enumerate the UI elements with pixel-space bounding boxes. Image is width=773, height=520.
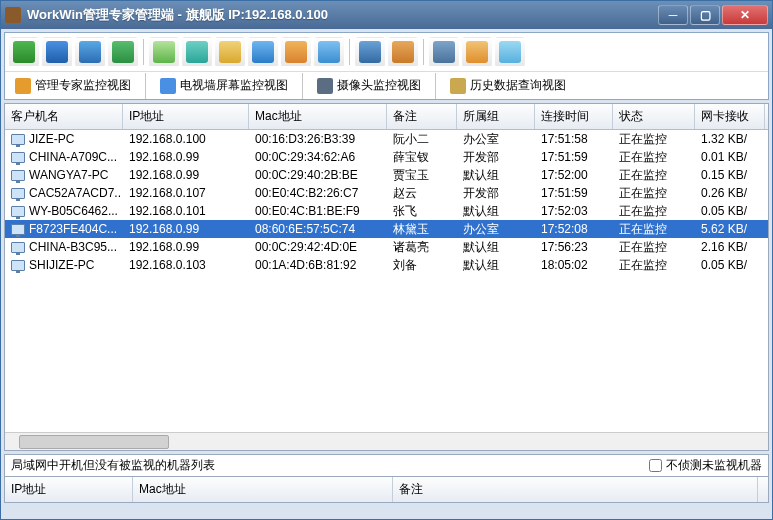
tools-icon[interactable] xyxy=(388,37,418,67)
minimize-button[interactable]: ─ xyxy=(658,5,688,25)
col-time[interactable]: 连接时间 xyxy=(535,104,613,129)
cell-status: 正在监控 xyxy=(613,202,695,221)
page-green-icon[interactable] xyxy=(149,37,179,67)
cell-remark: 阮小二 xyxy=(387,130,457,149)
col-ip[interactable]: IP地址 xyxy=(123,104,249,129)
no-detect-checkbox-input[interactable] xyxy=(649,459,662,472)
cell-name: WANGYA7-PC xyxy=(5,167,123,183)
col-client-name[interactable]: 客户机名 xyxy=(5,104,123,129)
grid-header: 客户机名 IP地址 Mac地址 备注 所属组 连接时间 状态 网卡接收 xyxy=(5,104,768,130)
tab-label: 历史数据查询视图 xyxy=(470,77,566,94)
cell-rx: 0.01 KB/ xyxy=(695,149,765,165)
cell-time: 17:52:08 xyxy=(535,221,613,237)
bcol-remark[interactable]: 备注 xyxy=(393,477,758,502)
no-detect-checkbox[interactable]: 不侦测未监视机器 xyxy=(649,457,762,474)
cell-rx: 0.05 KB/ xyxy=(695,203,765,219)
cell-time: 17:52:00 xyxy=(535,167,613,183)
tab-separator xyxy=(145,73,146,99)
table-row[interactable]: F8723FE404C...192.168.0.9908:60:6E:57:5C… xyxy=(5,220,768,238)
clients-grid: 客户机名 IP地址 Mac地址 备注 所属组 连接时间 状态 网卡接收 JIZE… xyxy=(4,103,769,451)
tv-icon[interactable] xyxy=(355,37,385,67)
col-rx[interactable]: 网卡接收 xyxy=(695,104,765,129)
maximize-button[interactable]: ▢ xyxy=(690,5,720,25)
cell-mac: 00:0C:29:42:4D:0E xyxy=(249,239,387,255)
table-row[interactable]: JIZE-PC192.168.0.10000:16:D3:26:B3:39阮小二… xyxy=(5,130,768,148)
cell-time: 18:05:02 xyxy=(535,257,613,273)
page-teal-icon[interactable] xyxy=(182,37,212,67)
camera-icon-glyph xyxy=(112,41,134,63)
cell-mac: 00:E0:4C:B1:BE:F9 xyxy=(249,203,387,219)
table-row[interactable]: WANGYA7-PC192.168.0.9900:0C:29:40:2B:BE贾… xyxy=(5,166,768,184)
cell-group: 默认组 xyxy=(457,256,535,275)
horizontal-scrollbar[interactable] xyxy=(5,432,768,450)
view-tabbar: 管理专家监控视图电视墙屏幕监控视图摄像头监控视图历史数据查询视图 xyxy=(5,71,768,99)
main-panel: 管理专家监控视图电视墙屏幕监控视图摄像头监控视图历史数据查询视图 xyxy=(4,32,769,100)
col-mac[interactable]: Mac地址 xyxy=(249,104,387,129)
cell-status: 正在监控 xyxy=(613,130,695,149)
search-icon[interactable] xyxy=(314,37,344,67)
main-toolbar xyxy=(5,33,768,71)
cell-group: 默认组 xyxy=(457,202,535,221)
search-icon-glyph xyxy=(318,41,340,63)
scrollbar-thumb[interactable] xyxy=(19,435,169,449)
cell-remark: 刘备 xyxy=(387,256,457,275)
cell-name: SHIJIZE-PC xyxy=(5,257,123,273)
col-status[interactable]: 状态 xyxy=(613,104,695,129)
cell-mac: 00:1A:4D:6B:81:92 xyxy=(249,257,387,273)
browser-icon[interactable] xyxy=(281,37,311,67)
cell-name: CHINA-A709C... xyxy=(5,149,123,165)
screens-icon[interactable] xyxy=(42,37,72,67)
table-row[interactable]: CAC52A7ACD7...192.168.0.10700:E0:4C:B2:2… xyxy=(5,184,768,202)
desktop-icon[interactable] xyxy=(9,37,39,67)
cell-remark: 诸葛亮 xyxy=(387,238,457,257)
disk-icon[interactable] xyxy=(429,37,459,67)
bottom-grid-header: IP地址 Mac地址 备注 xyxy=(5,477,768,502)
camera-icon[interactable] xyxy=(108,37,138,67)
bottom-section: 局域网中开机但没有被监视的机器列表 不侦测未监视机器 IP地址 Mac地址 备注 xyxy=(4,454,769,503)
bottom-header: 局域网中开机但没有被监视的机器列表 不侦测未监视机器 xyxy=(4,454,769,476)
bcol-mac[interactable]: Mac地址 xyxy=(133,477,393,502)
cell-name: F8723FE404C... xyxy=(5,221,123,237)
toolbar-separator xyxy=(423,39,424,65)
col-group[interactable]: 所属组 xyxy=(457,104,535,129)
table-row[interactable]: CHINA-A709C...192.168.0.9900:0C:29:34:62… xyxy=(5,148,768,166)
table-row[interactable]: WY-B05C6462...192.168.0.10100:E0:4C:B1:B… xyxy=(5,202,768,220)
person-icon[interactable] xyxy=(462,37,492,67)
cell-time: 17:52:03 xyxy=(535,203,613,219)
monitor-icon xyxy=(11,242,25,253)
cell-time: 17:56:23 xyxy=(535,239,613,255)
cell-status: 正在监控 xyxy=(613,220,695,239)
tab-tvwall-view-icon[interactable]: 电视墙屏幕监控视图 xyxy=(154,75,294,96)
no-detect-checkbox-label: 不侦测未监视机器 xyxy=(666,457,762,474)
tab-history-view-icon[interactable]: 历史数据查询视图 xyxy=(444,75,572,96)
cell-group: 办公室 xyxy=(457,220,535,239)
cell-mac: 00:0C:29:40:2B:BE xyxy=(249,167,387,183)
tab-label: 摄像头监控视图 xyxy=(337,77,421,94)
disk-icon-glyph xyxy=(433,41,455,63)
toolbar-separator xyxy=(143,39,144,65)
tab-camera-view-icon[interactable]: 摄像头监控视图 xyxy=(311,75,427,96)
monitor-icon-glyph xyxy=(79,41,101,63)
close-button[interactable]: ✕ xyxy=(722,5,768,25)
table-row[interactable]: SHIJIZE-PC192.168.0.10300:1A:4D:6B:81:92… xyxy=(5,256,768,274)
monitor-icon xyxy=(11,188,25,199)
cell-name: JIZE-PC xyxy=(5,131,123,147)
cell-time: 17:51:59 xyxy=(535,149,613,165)
globe-icon[interactable] xyxy=(248,37,278,67)
clipboard-icon[interactable] xyxy=(215,37,245,67)
col-remark[interactable]: 备注 xyxy=(387,104,457,129)
skin-icon[interactable] xyxy=(495,37,525,67)
cell-status: 正在监控 xyxy=(613,148,695,167)
grid-body: JIZE-PC192.168.0.10000:16:D3:26:B3:39阮小二… xyxy=(5,130,768,432)
bcol-ip[interactable]: IP地址 xyxy=(5,477,133,502)
tab-expert-view-icon[interactable]: 管理专家监控视图 xyxy=(9,75,137,96)
cell-remark: 贾宝玉 xyxy=(387,166,457,185)
app-icon xyxy=(5,7,21,23)
table-row[interactable]: CHINA-B3C95...192.168.0.9900:0C:29:42:4D… xyxy=(5,238,768,256)
person-icon-glyph xyxy=(466,41,488,63)
cell-remark: 薛宝钗 xyxy=(387,148,457,167)
cell-group: 默认组 xyxy=(457,238,535,257)
tools-icon-glyph xyxy=(392,41,414,63)
monitor-icon[interactable] xyxy=(75,37,105,67)
cell-rx: 0.26 KB/ xyxy=(695,185,765,201)
